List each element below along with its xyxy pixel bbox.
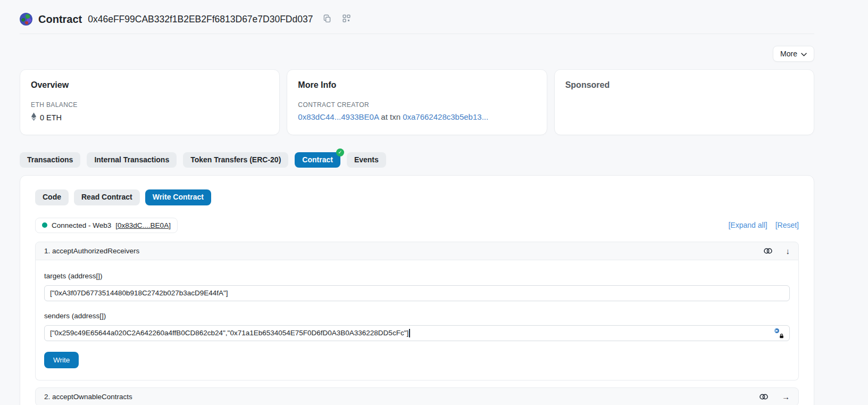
expand-all-link[interactable]: [Expand all] xyxy=(728,221,767,229)
qr-code-icon xyxy=(343,14,350,24)
contract-avatar xyxy=(20,13,32,26)
function-item-1-body: targets (address[]) ["0xA3f07D6773514480… xyxy=(35,260,799,381)
function-item-2-header[interactable]: 2. acceptOwnableContracts → xyxy=(35,387,799,405)
tab-contract[interactable]: Contract ✓ xyxy=(295,152,340,168)
tab-internal-transactions[interactable]: Internal Transactions xyxy=(87,152,177,168)
targets-input-value: ["0xA3f07D6773514480b918C2742b027b3acD9E… xyxy=(50,289,228,297)
password-manager-lock-icon[interactable] xyxy=(774,328,784,337)
contract-creator-label: CONTRACT CREATOR xyxy=(298,101,536,109)
at-txn-text: at txn xyxy=(381,112,400,121)
address-tabs: Transactions Internal Transactions Token… xyxy=(20,152,814,168)
subtab-write-contract[interactable]: Write Contract xyxy=(145,189,211,205)
copy-icon xyxy=(323,14,331,24)
permalink-icon[interactable] xyxy=(759,393,769,400)
tab-events[interactable]: Events xyxy=(347,152,386,168)
eth-balance-label: ETH BALANCE xyxy=(31,101,269,109)
tab-contract-label: Contract xyxy=(302,156,333,164)
function-item-1-header[interactable]: 1. acceptAuthorizedReceivers ↓ xyxy=(35,242,799,260)
list-actions: [Expand all] [Reset] xyxy=(728,221,799,229)
creation-txn-link[interactable]: 0xa7662428c3b5eb13... xyxy=(403,112,488,121)
text-cursor xyxy=(409,329,410,337)
function-item-2: 2. acceptOwnableContracts → xyxy=(35,387,799,405)
function-item-1-icons: ↓ xyxy=(763,247,790,255)
creator-address-link[interactable]: 0x83dC44...4933BE0A xyxy=(298,112,379,121)
wallet-connection-status: Connected - Web3 [0x83dC....BE0A] xyxy=(35,218,178,233)
verified-check-icon: ✓ xyxy=(336,148,344,156)
write-button[interactable]: Write xyxy=(44,352,79,368)
contract-panel: Code Read Contract Write Contract Connec… xyxy=(20,175,814,405)
ethereum-icon xyxy=(31,112,37,123)
collapse-arrow-icon[interactable]: ↓ xyxy=(786,247,790,255)
function-item-1-title: 1. acceptAuthorizedReceivers xyxy=(44,247,139,255)
qr-code-button[interactable] xyxy=(341,13,352,25)
sponsored-card: Sponsored xyxy=(554,69,814,135)
sponsored-title: Sponsored xyxy=(565,80,803,90)
reset-link[interactable]: [Reset] xyxy=(775,221,799,229)
targets-input[interactable]: ["0xA3f07D6773514480b918C2742b027b3acD9E… xyxy=(44,285,790,301)
overview-title: Overview xyxy=(31,80,269,90)
page-title: Contract xyxy=(38,13,82,26)
more-button[interactable]: More xyxy=(773,46,814,62)
subtab-code[interactable]: Code xyxy=(35,189,69,205)
function-item-1: 1. acceptAuthorizedReceivers ↓ targets (… xyxy=(35,242,799,381)
targets-field-label: targets (address[]) xyxy=(44,272,790,280)
senders-input-value: ["0x259c49E65644a020C2A642260a4ffB0CD862… xyxy=(50,329,408,337)
page-container: Contract 0x46eFF99CAB332f1B2EB2Ff6813D67… xyxy=(20,0,814,405)
connected-dot-icon xyxy=(42,222,47,228)
expand-arrow-icon[interactable]: → xyxy=(782,393,790,401)
more-info-title: More Info xyxy=(298,80,536,90)
function-item-2-icons: → xyxy=(759,393,790,401)
contract-address: 0x46eFF99CAB332f1B2EB2Ff6813D67e7D30FDd0… xyxy=(88,14,313,25)
contract-header: Contract 0x46eFF99CAB332f1B2EB2Ff6813D67… xyxy=(20,0,814,34)
senders-input[interactable]: ["0x259c49E65644a020C2A642260a4ffB0CD862… xyxy=(44,325,790,341)
tab-transactions[interactable]: Transactions xyxy=(20,152,80,168)
connection-status-text: Connected - Web3 xyxy=(52,221,111,229)
permalink-icon[interactable] xyxy=(763,247,773,254)
more-row: More xyxy=(20,46,814,62)
chevron-down-icon xyxy=(801,49,807,58)
function-item-2-title: 2. acceptOwnableContracts xyxy=(44,393,132,401)
contract-creator-line: 0x83dC44...4933BE0A at txn 0xa7662428c3b… xyxy=(298,112,536,121)
senders-field-label: senders (address[]) xyxy=(44,312,790,320)
eth-balance-value-row: 0 ETH xyxy=(31,112,269,123)
tab-token-transfers[interactable]: Token Transfers (ERC-20) xyxy=(183,152,288,168)
more-info-card: More Info CONTRACT CREATOR 0x83dC44...49… xyxy=(287,69,547,135)
connection-row: Connected - Web3 [0x83dC....BE0A] [Expan… xyxy=(35,218,799,233)
info-cards: Overview ETH BALANCE 0 ETH More Info CON… xyxy=(20,69,814,135)
connected-wallet-link[interactable]: [0x83dC....BE0A] xyxy=(115,221,171,229)
more-button-label: More xyxy=(780,49,797,58)
eth-balance-value: 0 ETH xyxy=(40,113,62,122)
copy-address-button[interactable] xyxy=(322,13,332,26)
subtab-read-contract[interactable]: Read Contract xyxy=(74,189,140,205)
contract-subtabs: Code Read Contract Write Contract xyxy=(35,189,799,205)
overview-card: Overview ETH BALANCE 0 ETH xyxy=(20,69,280,135)
